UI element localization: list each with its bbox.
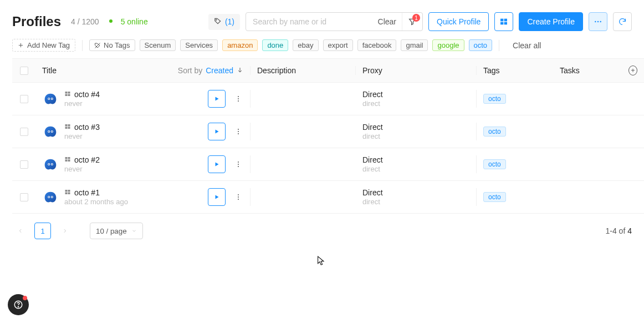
row-menu-button[interactable] [233,125,243,138]
row-checkbox[interactable] [20,160,28,169]
arrow-down-icon [237,66,243,75]
svg-point-29 [238,131,239,132]
quick-profile-windows-button[interactable] [494,12,513,31]
filter-button[interactable]: 1 [402,13,422,31]
run-profile-button[interactable] [208,123,226,140]
tag-chip-export[interactable]: export [323,39,353,51]
tag-chip-done[interactable]: done [262,39,288,51]
clear-all-tags-button[interactable]: Clear all [513,41,541,50]
profile-avatar [42,90,59,107]
row-menu-button[interactable] [233,93,243,105]
tag-count-label: (1) [225,17,234,26]
prev-page-button[interactable] [12,223,29,239]
svg-rect-1 [500,19,503,22]
table-row[interactable]: octo #3 never Directdirect octo [12,115,644,148]
more-options-button[interactable] [589,12,607,31]
row-tag-octo[interactable]: octo [483,94,506,104]
page-1-button[interactable]: 1 [34,223,51,239]
dots-horizontal-icon [594,17,602,26]
help-button[interactable] [8,294,29,315]
svg-point-41 [238,166,239,167]
tag-chip-ebay[interactable]: ebay [293,39,318,51]
row-menu-button[interactable] [233,191,243,203]
row-proxy-cell: Directdirect [356,123,477,140]
profile-avatar [42,189,59,205]
select-all-checkbox[interactable] [20,67,28,75]
sort-control[interactable]: Sort by Created [178,66,243,75]
svg-point-22 [48,131,49,132]
tag-chip-facebook[interactable]: facebook [357,39,397,51]
table-row[interactable]: octo #4 never Directdirect octo [12,83,644,115]
add-column-button[interactable]: + [628,65,637,75]
chevron-down-icon [131,228,137,234]
page-size-selector[interactable]: 10 / page [90,223,143,239]
profile-last-run: about 2 months ago [64,198,128,206]
row-tag-octo[interactable]: octo [483,127,506,137]
tag-icon [214,17,222,27]
svg-rect-37 [65,160,68,162]
svg-rect-14 [68,92,70,94]
windows-icon [64,90,71,99]
tag-chip-services[interactable]: Services [180,39,218,51]
tag-chip-google[interactable]: google [432,39,464,51]
profile-last-run: never [64,165,100,173]
row-proxy-cell: Directdirect [356,90,477,108]
row-menu-button[interactable] [233,158,243,170]
run-profile-button[interactable] [208,90,226,108]
svg-rect-38 [68,160,70,162]
row-tag-octo[interactable]: octo [483,159,506,169]
row-tags-cell: octo [477,127,553,137]
row-proxy-cell: Directdirect [356,188,477,206]
svg-point-34 [52,164,53,165]
online-dot [109,19,113,23]
column-tags-label: Tags [483,66,500,75]
proxy-name: Direct [362,188,383,197]
refresh-button[interactable] [613,12,632,31]
svg-point-6 [597,21,599,22]
tag-filter-count[interactable]: (1) [208,14,240,30]
no-tags-chip[interactable]: No Tags [89,39,135,51]
tag-chip-scenum[interactable]: Scenum [140,39,176,51]
sort-by-label: Sort by [178,66,202,75]
run-profile-button[interactable] [208,155,226,173]
svg-point-54 [18,306,18,307]
svg-point-40 [238,164,239,165]
tag-chip-gmail[interactable]: gmail [401,39,428,51]
page-title: Profiles [12,14,61,29]
tag-chip-amazon[interactable]: amazon [222,39,258,51]
profile-counter: 4 / 1200 [71,17,99,26]
row-tag-octo[interactable]: octo [483,192,506,202]
add-tag-label: Add New Tag [27,41,70,49]
tag-chip-octo[interactable]: octo [469,39,493,51]
create-profile-button[interactable]: Create Profile [519,12,583,31]
svg-point-18 [238,98,239,99]
mouse-cursor [317,255,326,268]
row-title-cell: octo #2 never [35,155,251,173]
svg-rect-4 [504,22,507,25]
profiles-table: Title Sort by Created Description Proxy … [12,58,644,214]
profile-avatar [42,156,59,173]
next-page-button[interactable] [57,223,73,239]
filter-badge: 1 [412,14,420,22]
search-container: Clear 1 [246,12,423,31]
tag-filter-row: Add New Tag No Tags Scenum Services amaz… [0,37,644,58]
profile-name: octo #1 [74,188,100,197]
table-row[interactable]: octo #1 about 2 months ago Directdirect … [12,181,644,214]
profile-name: octo #3 [74,123,100,132]
add-new-tag-button[interactable]: Add New Tag [12,39,75,52]
row-checkbox[interactable] [20,193,28,201]
row-checkbox[interactable] [20,128,28,136]
row-checkbox[interactable] [20,95,28,103]
run-profile-button[interactable] [208,188,226,206]
svg-rect-48 [65,193,68,195]
column-tasks-label: Tasks [560,66,580,75]
question-icon [13,300,23,310]
profile-last-run: never [64,99,100,108]
quick-profile-button[interactable]: Quick Profile [428,12,489,31]
table-row[interactable]: octo #2 never Directdirect octo [12,148,644,181]
chevron-left-icon [18,228,23,234]
svg-rect-25 [68,124,70,127]
search-clear-button[interactable]: Clear [372,17,402,26]
search-input[interactable] [246,17,372,26]
column-proxy-label: Proxy [362,66,382,75]
